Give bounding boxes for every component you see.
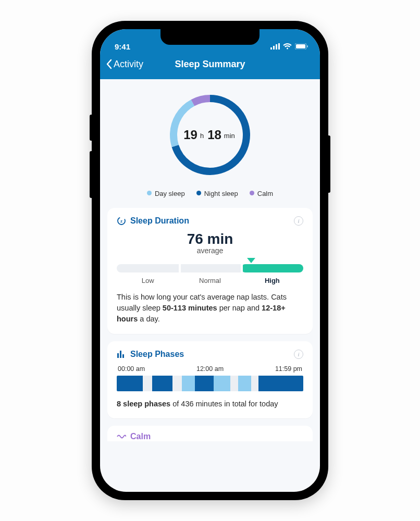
phone-frame: 9:41 Activity S [92, 21, 328, 500]
sleep-minutes-unit: min [224, 132, 235, 140]
info-icon[interactable]: i [294, 350, 303, 359]
svg-rect-12 [117, 353, 119, 358]
battery-icon [295, 42, 308, 51]
svg-rect-13 [120, 351, 121, 358]
gauge-label-low: Low [117, 277, 179, 284]
back-label: Activity [114, 59, 143, 70]
sleep-hours-value: 19 [183, 128, 197, 142]
sleep-minutes-value: 18 [207, 128, 221, 142]
sleep-duration-card: z Sleep Duration i 76 min average [107, 208, 313, 334]
sleep-duration-title: z Sleep Duration [117, 216, 189, 226]
phase-time-start: 00:00 am [118, 365, 145, 373]
sleep-phases-card: Sleep Phases i 00:00 am 12:00 am 11:59 p… [107, 341, 313, 418]
gauge-marker-icon [247, 258, 255, 263]
signal-icon [270, 42, 280, 51]
phase-time-mid: 12:00 am [196, 365, 224, 373]
sleep-legend: Day sleep Night sleep Calm [147, 190, 273, 197]
calm-title: Calm [130, 432, 151, 441]
phase-summary: 8 sleep phases of 436 minutes in total f… [117, 399, 303, 409]
sleep-hours-unit: h [200, 132, 204, 140]
duration-value: 76 min [117, 231, 303, 247]
gauge-fill [241, 264, 303, 272]
phase-time-end: 11:59 pm [275, 365, 302, 373]
back-button[interactable]: Activity [105, 59, 143, 70]
legend-calm: Calm [250, 190, 273, 197]
nav-bar: Activity Sleep Summary [100, 53, 320, 79]
phase-timeline-chart [117, 376, 303, 391]
svg-text:z: z [120, 219, 122, 224]
legend-night: Night sleep [196, 190, 238, 197]
svg-rect-0 [270, 47, 272, 49]
sleep-ring-section: 19 h 18 min Day sleep Night sleep Calm [107, 79, 313, 201]
screen: 9:41 Activity S [100, 29, 320, 492]
svg-rect-6 [307, 45, 308, 47]
bars-icon [117, 350, 126, 359]
svg-rect-5 [296, 44, 305, 48]
notch [160, 29, 260, 45]
moon-zz-icon: z [117, 216, 126, 226]
gauge-track [117, 264, 303, 272]
sleep-total-label: 19 h 18 min [166, 91, 254, 179]
duration-sub: average [117, 246, 303, 255]
svg-rect-1 [273, 46, 275, 49]
svg-rect-14 [122, 354, 124, 358]
sleep-ring-chart: 19 h 18 min [166, 91, 254, 179]
gauge-label-normal: Normal [179, 277, 241, 284]
wifi-icon [283, 42, 292, 51]
content-scroll[interactable]: 19 h 18 min Day sleep Night sleep Calm [100, 79, 320, 492]
sleep-phases-title: Sleep Phases [117, 350, 184, 359]
svg-rect-2 [276, 44, 277, 49]
gauge-label-high: High [241, 277, 303, 284]
svg-rect-3 [278, 43, 280, 49]
legend-day: Day sleep [147, 190, 185, 197]
chevron-left-icon [105, 59, 113, 69]
calm-card: Calm [107, 426, 313, 441]
status-time: 9:41 [115, 42, 130, 51]
status-indicators [270, 42, 308, 51]
duration-gauge: Low Normal High [117, 264, 303, 284]
info-icon[interactable]: i [294, 216, 303, 226]
duration-description: This is how long your cat's average nap … [117, 292, 303, 325]
wave-icon [117, 432, 126, 441]
